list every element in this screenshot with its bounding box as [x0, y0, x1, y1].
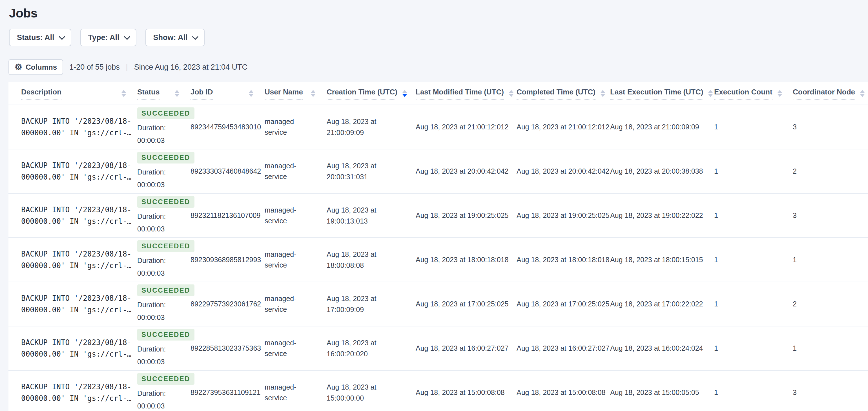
duration-value: 00:00:03 [137, 269, 164, 277]
table-row[interactable]: BACKUP INTO '/2023/08/18-000000.00' IN '… [8, 371, 868, 411]
status-filter-dropdown[interactable]: Status: All [9, 29, 71, 46]
user-name: managed-service [265, 382, 302, 403]
table-row[interactable]: BACKUP INTO '/2023/08/18-000000.00' IN '… [8, 238, 868, 282]
job-duration: Duration: 00:00:03 [137, 121, 180, 147]
filter-bar: Status: All Type: All Show: All [9, 29, 868, 46]
column-header-job_id[interactable]: Job ID [190, 82, 265, 105]
user-name: managed-service [265, 116, 302, 138]
columns-button-label: Columns [26, 63, 57, 71]
sort-asc-icon [778, 90, 782, 93]
column-header-coordinator_node[interactable]: Coordinator Node [793, 82, 868, 105]
job-description[interactable]: BACKUP INTO '/2023/08/18-000000.00' IN '… [21, 160, 131, 183]
last-modified-time: Aug 18, 2023 at 19:00:25:025 [416, 211, 508, 219]
last-execution-time: Aug 18, 2023 at 17:00:22:022 [610, 300, 706, 308]
creation-time: Aug 18, 2023 at 21:00:09:09 [327, 116, 398, 138]
sort-arrows-icon[interactable] [509, 90, 514, 97]
user-name: managed-service [265, 205, 302, 226]
job-duration: Duration: 00:00:03 [137, 298, 180, 324]
coordinator-node: 2 [793, 167, 860, 175]
execution-count: 1 [714, 123, 784, 131]
job-description[interactable]: BACKUP INTO '/2023/08/18-000000.00' IN '… [21, 116, 131, 139]
duration-value: 00:00:03 [137, 314, 164, 321]
table-row[interactable]: BACKUP INTO '/2023/08/18-000000.00' IN '… [8, 282, 868, 326]
column-header-label: Last Modified Time (UTC) [416, 88, 504, 99]
duration-label: Duration: [137, 345, 166, 353]
sort-desc-icon [402, 94, 407, 97]
execution-count: 1 [714, 256, 784, 264]
column-header-user_name[interactable]: User Name [265, 82, 327, 105]
table-row[interactable]: BACKUP INTO '/2023/08/18-000000.00' IN '… [8, 149, 868, 194]
user-name: managed-service [265, 161, 302, 182]
job-id: 892321182136107009 [190, 211, 256, 219]
sort-arrows-icon[interactable] [402, 90, 407, 97]
job-description[interactable]: BACKUP INTO '/2023/08/18-000000.00' IN '… [21, 337, 131, 360]
creation-time: Aug 18, 2023 at 19:00:13:013 [327, 205, 398, 227]
chevron-down-icon [192, 33, 198, 40]
column-header-last_execution_time[interactable]: Last Execution Time (UTC) [610, 82, 714, 105]
sort-arrows-icon[interactable] [708, 90, 713, 97]
sort-asc-icon [311, 90, 315, 93]
sort-asc-icon [600, 90, 605, 93]
column-header-completed_time[interactable]: Completed Time (UTC) [517, 82, 610, 105]
execution-count: 1 [714, 167, 784, 175]
sort-asc-icon [402, 90, 407, 93]
sort-arrows-icon[interactable] [600, 90, 605, 97]
status-badge: SUCCEEDED [137, 373, 194, 385]
jobs-page: Jobs Status: All Type: All Show: All ⚙ C… [0, 0, 868, 411]
table-row[interactable]: BACKUP INTO '/2023/08/18-000000.00' IN '… [8, 326, 868, 371]
last-execution-time: Aug 18, 2023 at 15:00:05:05 [610, 388, 706, 397]
job-description[interactable]: BACKUP INTO '/2023/08/18-000000.00' IN '… [21, 248, 131, 271]
job-description[interactable]: BACKUP INTO '/2023/08/18-000000.00' IN '… [21, 204, 131, 227]
sort-desc-icon [311, 94, 315, 97]
duration-label: Duration: [137, 168, 166, 176]
show-filter-dropdown[interactable]: Show: All [146, 29, 205, 46]
column-header-label: Job ID [190, 88, 213, 99]
duration-label: Duration: [137, 257, 166, 264]
job-id: 892333037460848642 [190, 167, 256, 175]
last-modified-time: Aug 18, 2023 at 18:00:18:018 [416, 256, 508, 264]
sort-arrows-icon[interactable] [778, 90, 782, 97]
table-row[interactable]: BACKUP INTO '/2023/08/18-000000.00' IN '… [8, 105, 868, 149]
job-id: 892273953631109121 [190, 388, 256, 397]
chevron-down-icon [59, 33, 65, 40]
sort-desc-icon [708, 94, 713, 97]
show-filter-label: Show: All [153, 33, 188, 42]
column-header-last_modified_time[interactable]: Last Modified Time (UTC) [416, 82, 517, 105]
column-header-description[interactable]: Description [8, 82, 137, 105]
last-execution-time: Aug 18, 2023 at 18:00:15:015 [610, 256, 706, 264]
sort-arrows-icon[interactable] [121, 90, 126, 97]
sort-arrows-icon[interactable] [311, 90, 315, 97]
table-toolbar: ⚙ Columns 1-20 of 55 jobs | Since Aug 16… [8, 59, 868, 75]
status-badge: SUCCEEDED [137, 285, 194, 296]
job-duration: Duration: 00:00:03 [137, 254, 180, 280]
column-header-label: Last Execution Time (UTC) [610, 88, 703, 99]
last-execution-time: Aug 18, 2023 at 16:00:24:024 [610, 344, 706, 352]
columns-button[interactable]: ⚙ Columns [8, 59, 63, 75]
sort-arrows-icon[interactable] [175, 90, 179, 97]
job-description[interactable]: BACKUP INTO '/2023/08/18-000000.00' IN '… [21, 381, 131, 404]
sort-arrows-icon[interactable] [249, 90, 253, 97]
duration-value: 00:00:03 [137, 358, 164, 365]
column-header-label: Coordinator Node [793, 88, 855, 99]
user-name: managed-service [265, 293, 302, 315]
coordinator-node: 1 [793, 344, 860, 352]
type-filter-dropdown[interactable]: Type: All [80, 29, 136, 46]
table-row[interactable]: BACKUP INTO '/2023/08/18-000000.00' IN '… [8, 194, 868, 238]
column-header-execution_count[interactable]: Execution Count [714, 82, 793, 105]
execution-count: 1 [714, 344, 784, 352]
last-execution-time: Aug 18, 2023 at 21:00:09:09 [610, 123, 706, 131]
creation-time: Aug 18, 2023 at 18:00:08:08 [327, 249, 398, 271]
column-header-creation_time[interactable]: Creation Time (UTC) [327, 82, 416, 105]
job-duration: Duration: 00:00:03 [137, 166, 180, 191]
last-modified-time: Aug 18, 2023 at 16:00:27:027 [416, 344, 508, 352]
completed-time: Aug 18, 2023 at 21:00:12:012 [517, 123, 602, 131]
job-description[interactable]: BACKUP INTO '/2023/08/18-000000.00' IN '… [21, 293, 131, 316]
sort-arrows-icon[interactable] [860, 90, 865, 97]
sort-desc-icon [121, 94, 126, 97]
jobs-table: DescriptionStatusJob IDUser NameCreation… [8, 82, 868, 411]
last-modified-time: Aug 18, 2023 at 21:00:12:012 [416, 123, 508, 131]
status-filter-label: Status: All [17, 33, 54, 42]
column-header-status[interactable]: Status [137, 82, 190, 105]
duration-label: Duration: [137, 301, 166, 309]
creation-time: Aug 18, 2023 at 20:00:31:031 [327, 160, 398, 182]
